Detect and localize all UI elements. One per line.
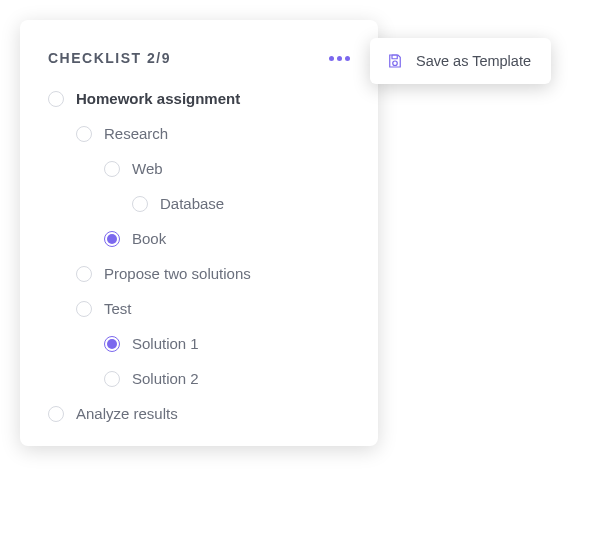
checklist-card: CHECKLIST 2/9 Homework assignmentResearc… [20,20,378,446]
radio-icon[interactable] [48,91,64,107]
checklist-item-label: Homework assignment [76,90,240,107]
checklist-item[interactable]: Web [104,160,350,177]
radio-icon[interactable] [76,126,92,142]
save-template-menu-item[interactable]: Save as Template [370,38,551,84]
checklist-item[interactable]: Analyze results [48,405,350,422]
radio-icon[interactable] [48,406,64,422]
checklist-item[interactable]: Book [104,230,350,247]
dots-icon [337,56,342,61]
checklist-item[interactable]: Database [132,195,350,212]
checklist-item[interactable]: Homework assignment [48,90,350,107]
save-template-label: Save as Template [416,53,531,69]
radio-icon[interactable] [104,231,120,247]
checklist-item-label: Database [160,195,224,212]
checklist-item-label: Web [132,160,163,177]
radio-icon[interactable] [104,161,120,177]
radio-icon[interactable] [104,371,120,387]
checklist-item-label: Book [132,230,166,247]
radio-icon[interactable] [76,301,92,317]
dots-icon [329,56,334,61]
checklist-item-label: Test [104,300,132,317]
checklist-item[interactable]: Propose two solutions [76,265,350,282]
checklist-items: Homework assignmentResearchWebDatabaseBo… [48,90,350,422]
checklist-item[interactable]: Test [76,300,350,317]
checklist-item-label: Solution 1 [132,335,199,352]
checklist-item-label: Propose two solutions [104,265,251,282]
checklist-item-label: Research [104,125,168,142]
radio-icon[interactable] [76,266,92,282]
checklist-item[interactable]: Research [76,125,350,142]
save-icon [386,52,404,70]
radio-icon[interactable] [132,196,148,212]
checklist-item[interactable]: Solution 1 [104,335,350,352]
checklist-title: CHECKLIST 2/9 [48,50,171,66]
svg-point-1 [393,61,398,66]
checklist-item[interactable]: Solution 2 [104,370,350,387]
svg-rect-0 [392,55,397,59]
radio-icon[interactable] [104,336,120,352]
checklist-item-label: Solution 2 [132,370,199,387]
more-menu-button[interactable] [329,56,350,61]
checklist-header: CHECKLIST 2/9 [48,50,350,66]
dots-icon [345,56,350,61]
checklist-item-label: Analyze results [76,405,178,422]
